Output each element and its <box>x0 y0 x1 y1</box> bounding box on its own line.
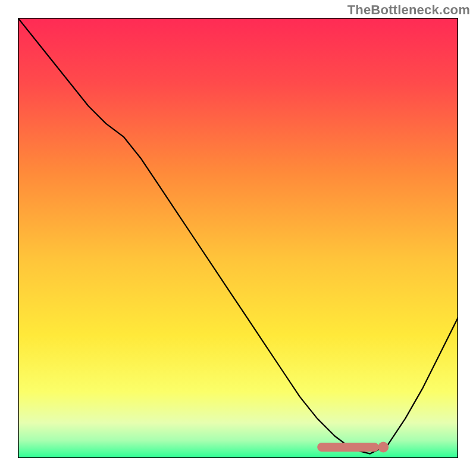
optimal-range-dot <box>378 442 389 453</box>
chart-svg <box>18 18 458 458</box>
chart-area <box>18 18 458 458</box>
chart-background <box>18 18 458 458</box>
optimal-range-band <box>317 443 379 452</box>
watermark-text: TheBottleneck.com <box>347 2 470 18</box>
